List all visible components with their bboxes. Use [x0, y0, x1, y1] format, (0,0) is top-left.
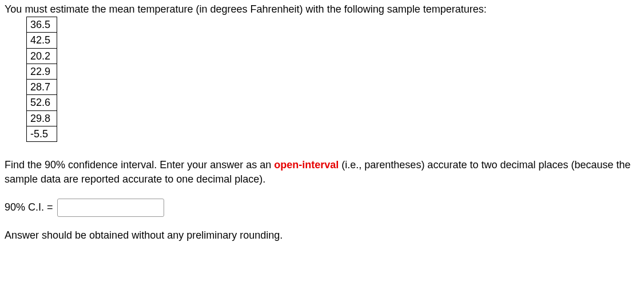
table-cell: 28.7	[27, 80, 57, 95]
table-row: 28.7	[27, 80, 57, 95]
instructions-text: Find the 90% confidence interval. Enter …	[5, 158, 634, 186]
table-row: 52.6	[27, 95, 57, 110]
table-cell: 22.9	[27, 64, 57, 79]
table-row: 42.5	[27, 33, 57, 48]
table-row: 22.9	[27, 64, 57, 79]
table-row: -5.5	[27, 126, 57, 142]
table-row: 20.2	[27, 48, 57, 64]
table-cell: 20.2	[27, 48, 57, 64]
table-row: 29.8	[27, 110, 57, 126]
answer-label: 90% C.I. =	[5, 201, 53, 213]
table-cell: 42.5	[27, 33, 57, 48]
table-cell: 52.6	[27, 95, 57, 110]
confidence-interval-input[interactable]	[57, 199, 164, 217]
answer-row: 90% C.I. =	[5, 199, 639, 217]
table-cell: -5.5	[27, 126, 57, 142]
instructions-prefix: Find the 90% confidence interval. Enter …	[5, 159, 274, 171]
sample-data-table: 36.5 42.5 20.2 22.9 28.7 52.6 29.8 -5.5	[26, 17, 57, 142]
table-cell: 29.8	[27, 110, 57, 126]
table-row: 36.5	[27, 17, 57, 33]
table-cell: 36.5	[27, 17, 57, 33]
intro-text: You must estimate the mean temperature (…	[5, 3, 639, 15]
open-interval-label: open-interval	[274, 159, 339, 171]
note-text: Answer should be obtained without any pr…	[5, 229, 639, 241]
